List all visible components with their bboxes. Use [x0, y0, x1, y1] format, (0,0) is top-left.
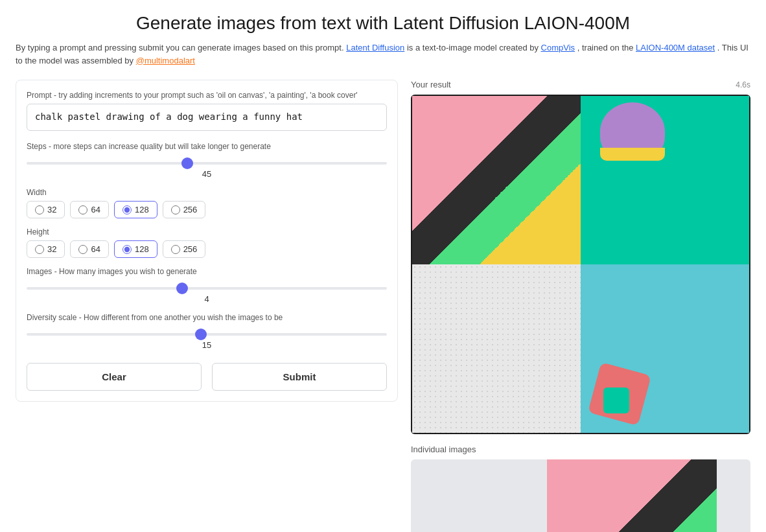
images-slider[interactable]	[27, 287, 387, 290]
individual-image	[411, 459, 750, 532]
clear-button[interactable]: Clear	[27, 363, 202, 391]
diversity-label: Diversity scale - How different from one…	[27, 313, 387, 322]
width-option-128[interactable]: 128	[114, 201, 157, 218]
individual-label: Individual images	[411, 445, 750, 454]
diversity-value: 15	[27, 340, 387, 350]
intro-paragraph: By typing a prompt and pressing submit y…	[16, 41, 750, 67]
individual-image-art	[547, 459, 717, 532]
width-label: Width	[27, 188, 387, 197]
laion-link[interactable]: LAION-400M dataset	[636, 43, 715, 52]
individual-image-wrapper	[411, 459, 750, 532]
page-title: Generate images from text with Latent Di…	[16, 13, 750, 34]
height-option-32[interactable]: 32	[27, 240, 65, 258]
prompt-label: Prompt - try adding increments to your p…	[27, 91, 387, 100]
width-option-32[interactable]: 32	[27, 201, 65, 218]
grid-cell-1	[412, 96, 581, 264]
images-value: 4	[27, 294, 387, 304]
result-label: Your result	[411, 80, 451, 89]
width-option-256[interactable]: 256	[163, 201, 206, 218]
width-radio-group: 32 64 128 256	[27, 201, 387, 218]
compvis-link[interactable]: CompVis	[541, 43, 575, 52]
submit-button[interactable]: Submit	[212, 363, 387, 391]
intro-part3: , trained on the	[577, 43, 636, 52]
width-option-64[interactable]: 64	[70, 201, 108, 218]
height-radio-group: 32 64 128 256	[27, 240, 387, 258]
height-option-128[interactable]: 128	[114, 240, 157, 258]
grid-cell-2	[581, 96, 749, 264]
latent-diffusion-link[interactable]: Latent Diffusion	[346, 43, 404, 52]
height-option-64[interactable]: 64	[70, 240, 108, 258]
diversity-slider[interactable]	[27, 333, 387, 336]
prompt-input[interactable]: chalk pastel drawing of a dog wearing a …	[27, 104, 387, 131]
height-label: Height	[27, 227, 387, 237]
result-grid-wrapper	[411, 95, 750, 434]
grid-cell-4	[581, 264, 749, 433]
steps-value: 45	[27, 169, 387, 179]
intro-part2: is a text-to-image model created by	[407, 43, 541, 52]
grid-cell-3	[412, 264, 581, 433]
steps-label: Steps - more steps can increase quality …	[27, 142, 387, 151]
images-label: Images - How many images you wish to gen…	[27, 267, 387, 276]
steps-slider[interactable]	[27, 162, 387, 165]
intro-part1: By typing a prompt and pressing submit y…	[16, 43, 344, 52]
result-time: 4.6s	[736, 80, 750, 89]
handle-link[interactable]: @multimodalart	[136, 56, 195, 65]
result-grid	[411, 95, 750, 434]
height-option-256[interactable]: 256	[163, 240, 206, 258]
